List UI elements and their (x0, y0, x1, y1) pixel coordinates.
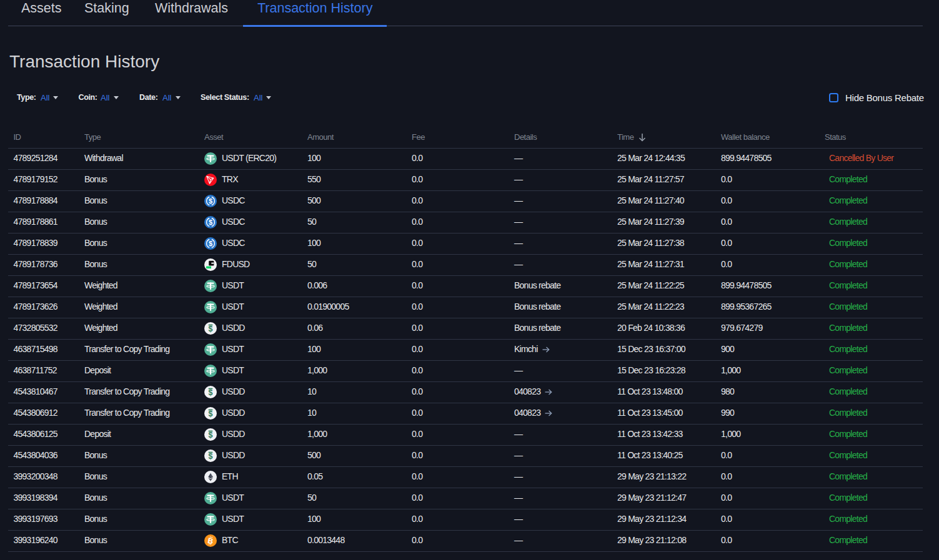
svg-text:$: $ (209, 410, 213, 418)
svg-text:$: $ (209, 197, 212, 205)
svg-text:$: $ (209, 431, 213, 440)
svg-text:$: $ (209, 240, 212, 247)
svg-text:$: $ (209, 452, 213, 461)
svg-text:$: $ (209, 219, 212, 226)
svg-text:$: $ (209, 388, 213, 397)
svg-text:$: $ (209, 325, 213, 333)
